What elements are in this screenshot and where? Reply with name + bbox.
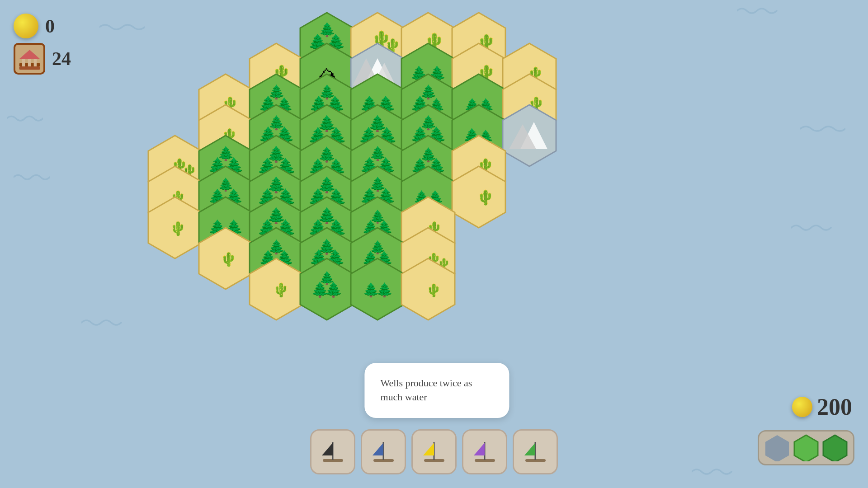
svg-text:🌲: 🌲 bbox=[369, 176, 387, 192]
svg-text:🌲: 🌲 bbox=[268, 84, 285, 100]
svg-text:🌲: 🌲 bbox=[420, 115, 437, 131]
svg-marker-182 bbox=[423, 443, 434, 455]
svg-text:🌲: 🌲 bbox=[267, 206, 286, 225]
svg-text:🌲: 🌲 bbox=[319, 271, 335, 286]
svg-marker-189 bbox=[765, 435, 789, 461]
svg-text:🌵: 🌵 bbox=[273, 282, 290, 298]
action-btn-2[interactable] bbox=[361, 429, 406, 474]
svg-text:🌵: 🌵 bbox=[170, 221, 187, 237]
tooltip-text: Wells produce twice as much water bbox=[380, 376, 493, 404]
action-btn-3[interactable] bbox=[411, 429, 457, 474]
svg-text:🌲: 🌲 bbox=[376, 282, 393, 298]
action-btn-1[interactable] bbox=[310, 429, 355, 474]
svg-text:🌲: 🌲 bbox=[319, 84, 336, 100]
svg-text:🌲: 🌲 bbox=[369, 145, 387, 162]
svg-text:🌲: 🌲 bbox=[318, 146, 336, 163]
bottom-right-ui bbox=[758, 430, 854, 470]
svg-text:🌲: 🌲 bbox=[268, 115, 285, 131]
svg-text:🌲: 🌲 bbox=[267, 176, 286, 194]
svg-marker-191 bbox=[823, 435, 847, 461]
svg-text:🌲: 🌲 bbox=[217, 145, 235, 162]
svg-text:🌲: 🌲 bbox=[370, 209, 386, 224]
hex-selector-gray[interactable] bbox=[764, 434, 791, 461]
coin-counter-bottom: 200 bbox=[792, 394, 852, 420]
action-buttons bbox=[310, 429, 558, 474]
svg-text:🌲: 🌲 bbox=[317, 114, 337, 133]
svg-text:🌲: 🌲 bbox=[317, 176, 337, 194]
svg-marker-190 bbox=[794, 435, 818, 461]
svg-marker-6 bbox=[0, 0, 24, 27]
svg-marker-185 bbox=[474, 443, 485, 455]
action-btn-5[interactable] bbox=[513, 429, 558, 474]
bottom-coin-icon bbox=[792, 397, 812, 417]
svg-text:🌲: 🌲 bbox=[267, 145, 286, 164]
action-btn-4[interactable] bbox=[462, 429, 507, 474]
svg-text:🌲: 🌲 bbox=[317, 206, 337, 225]
svg-marker-179 bbox=[373, 443, 383, 455]
svg-text:🌲: 🌲 bbox=[218, 177, 234, 192]
hex-selector-green2[interactable] bbox=[821, 434, 849, 461]
svg-text:🌲: 🌲 bbox=[420, 84, 437, 100]
svg-text:🌲: 🌲 bbox=[368, 114, 387, 133]
svg-text:🌲: 🌲 bbox=[370, 240, 386, 255]
svg-marker-176 bbox=[322, 443, 333, 455]
svg-text:🌵: 🌵 bbox=[476, 189, 495, 206]
svg-text:🌲: 🌲 bbox=[268, 239, 285, 255]
hex-selector-green1[interactable] bbox=[793, 434, 820, 461]
tooltip-bubble: Wells produce twice as much water bbox=[364, 363, 509, 418]
svg-text:🌲: 🌲 bbox=[420, 147, 437, 163]
svg-text:🌲: 🌲 bbox=[319, 22, 336, 38]
svg-text:🌲: 🌲 bbox=[318, 238, 336, 255]
svg-text:🌵: 🌵 bbox=[220, 251, 237, 267]
svg-marker-188 bbox=[524, 443, 535, 455]
bottom-coin-count: 200 bbox=[817, 394, 852, 420]
svg-text:🌵: 🌵 bbox=[426, 283, 442, 298]
